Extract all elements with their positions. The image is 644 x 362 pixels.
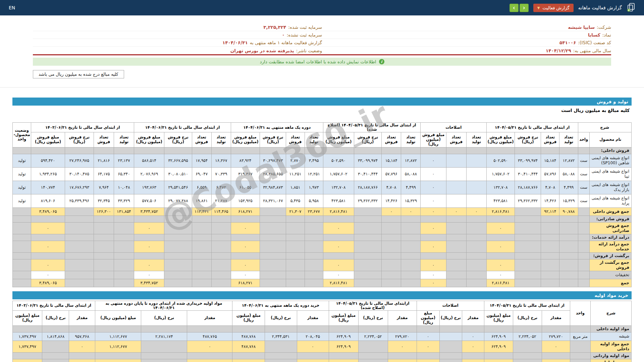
value-cell: ۲,۳۴۴,۵۳۱ <box>265 332 297 341</box>
value-cell: ۳۳,۰۹۹,۹۷۴ <box>515 154 541 167</box>
prev-period-button[interactable]: ‹ <box>509 4 519 12</box>
value-cell: ۵۰۲,۵۹۰ <box>486 154 515 167</box>
value-cell <box>541 216 559 222</box>
col-group-period-purchases: مواد اولیه خریداری شده از ابتدای دوره تا… <box>95 301 232 310</box>
col-group-current-month: دوره یک ماهه منتهی به ۱۴۰۴/۰۶/۳۱ <box>231 123 323 132</box>
value-cell <box>260 222 286 234</box>
value-cell <box>305 147 323 154</box>
value-cell <box>94 234 114 241</box>
row-label: تخفیفات <box>589 271 631 279</box>
value-cell: ۰ <box>421 207 446 216</box>
raw-materials-table: شرح واحد از ابتدای سال مالی تا تاریخ ۱۴۰… <box>12 301 632 362</box>
value-cell <box>401 241 421 252</box>
value-cell: ۰ <box>297 341 329 352</box>
value-cell: ۰ <box>421 154 446 167</box>
value-cell: ۰ <box>421 271 446 279</box>
value-cell <box>164 207 192 216</box>
section-header-row: برگشت از فروش: <box>13 252 632 259</box>
value-cell: ۰ <box>462 359 484 362</box>
value-cell: ۵۸,۰۸۸ <box>401 167 421 181</box>
value-cell: ۰ <box>382 207 401 216</box>
language-toggle[interactable]: EN <box>9 5 15 10</box>
value-cell <box>31 234 65 241</box>
total-row: جمع مواد اولیه وارداتی۰۰۰۰۰۰۰۰۰۰۰۰ <box>13 359 632 362</box>
value-cell <box>354 252 381 259</box>
col-status: وضعیت محصول-واحد <box>13 123 31 147</box>
value-cell <box>134 252 164 259</box>
value-cell <box>164 222 192 234</box>
value-cell: ۰ <box>542 341 570 352</box>
value-cell <box>134 216 164 222</box>
value-cell <box>462 325 484 332</box>
col-amount: مبلغ (میلیون ریال) <box>95 311 141 325</box>
value-cell: ۶,۵۵۹ <box>192 181 211 194</box>
value-cell <box>69 352 95 359</box>
value-cell: ۱,۷۳۷,۴۹۷ <box>13 341 42 352</box>
value-cell: ۰ <box>421 222 446 234</box>
value-cell <box>466 194 486 207</box>
value-cell <box>31 216 65 222</box>
topbar: EN گزارش فعالیت ماهانه گزارش فعالیت ▼ ‹ … <box>0 0 644 15</box>
value-cell: ۴۸۷,۷۶۵ <box>187 332 232 341</box>
col-qty-produced: تعداد تولید <box>401 132 421 147</box>
value-cell: ۰ <box>31 259 65 271</box>
unit-cell <box>570 341 590 352</box>
product-row: انواع شیشه های ایمنی بازار یدکست۴,۴۹۹۴,۷… <box>13 181 632 194</box>
value-cell <box>13 325 42 332</box>
value-cell: ۵۸,۰۸۸ <box>559 167 578 181</box>
value-cell <box>94 241 114 252</box>
unit-cell <box>578 234 589 241</box>
value-cell <box>323 252 354 259</box>
value-cell <box>354 207 381 216</box>
value-cell: ۳,۴۸۹,۰۶۵ <box>31 279 65 287</box>
value-cell: ۰ <box>134 222 164 234</box>
value-cell: ۰ <box>231 259 260 271</box>
value-cell: ۵۷۷,۵۰۶ <box>134 194 164 207</box>
value-cell: ۰ <box>31 271 65 279</box>
value-cell: ۱۱,۲۵۱ <box>286 167 305 181</box>
report-type-dropdown[interactable]: گزارش فعالیت ▼ <box>533 4 574 12</box>
value-cell <box>446 167 466 181</box>
value-cell: ۱۳۱,۸۵۴ <box>114 207 134 216</box>
report-copy-icon[interactable] <box>627 3 635 13</box>
copy-icon <box>627 3 635 12</box>
value-cell: ۵۷,۷۹۶ <box>382 167 401 181</box>
value-cell: ۲,۸۱۶,۴۸۱ <box>486 279 515 287</box>
info-value: ۵۴۱۰۰۶ <box>559 40 576 45</box>
value-cell: ۱۲,۲۵۱ <box>305 167 323 181</box>
value-cell <box>164 234 192 241</box>
company-row: سرمایه ثبت نشده: ۰ <box>33 31 322 39</box>
section-band-production-sales: تولید و فروش <box>12 98 632 106</box>
value-cell: ۰ <box>187 359 232 362</box>
value-cell <box>515 259 541 271</box>
value-cell <box>446 222 466 234</box>
status-cell: تولید <box>13 194 31 207</box>
row-label: فروش داخلی: <box>589 147 631 154</box>
production-sales-table: شرح از ابتدای سال مالی تا تاریخ ۱۴۰۴/۰۵/… <box>12 122 632 287</box>
value-cell: ۱۵,۱۸۴ <box>382 154 401 167</box>
value-cell: ۸۱۹,۶۰۶ <box>31 194 65 207</box>
unit-cell: ست <box>578 194 589 207</box>
col-rate: نرخ (ریال) <box>439 311 462 325</box>
col-quantity: مقدار <box>462 311 484 325</box>
value-cell <box>95 352 141 359</box>
value-cell: ۱۳۲,۷۰۸ <box>323 181 354 194</box>
col-group-adjustments: اصلاحات <box>417 301 484 310</box>
t1-body: فروش داخلی:انواع شیشه های ایمنی شاهین (S… <box>13 147 632 287</box>
unit-cell: متر مربع <box>570 332 590 341</box>
value-cell: ۰ <box>231 271 260 279</box>
value-cell: ۲۹,۰۷۷,۳۸۸ <box>164 194 192 207</box>
value-cell: ۱,۷۳۷,۴۹۷ <box>13 332 42 341</box>
value-cell <box>486 252 515 259</box>
value-cell <box>354 234 381 241</box>
next-period-button[interactable]: › <box>520 4 529 12</box>
value-cell: ۶۲۴,۹۰۹ <box>484 332 513 341</box>
total-row: تخفیفات۰۰۰۰۰۰ <box>13 271 632 279</box>
unit-cell <box>570 352 590 359</box>
value-cell <box>94 147 114 154</box>
value-cell <box>382 259 401 271</box>
value-cell <box>446 147 466 154</box>
value-cell: ۴۸۷,۷۶۸ <box>232 332 265 341</box>
value-cell <box>192 241 211 252</box>
total-row: جمع فروش داخلی۹۰,۷۸۸۹۲,۱۱۴۲,۸۱۶,۴۸۱۰۰۰۰۰… <box>13 207 632 216</box>
